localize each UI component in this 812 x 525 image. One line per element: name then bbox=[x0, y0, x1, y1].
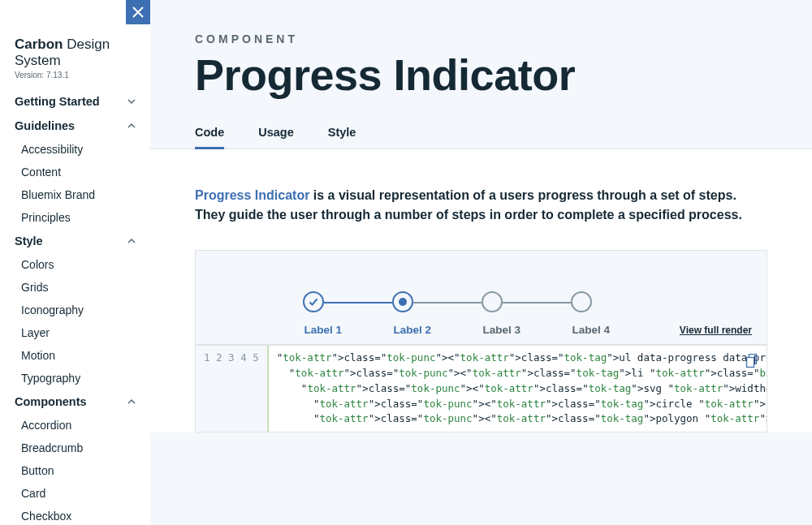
nav-item-principles[interactable]: Principles bbox=[0, 206, 150, 229]
component-description: Progress Indicator is a visual represent… bbox=[195, 186, 747, 226]
tab-strip: CodeUsageStyle bbox=[195, 121, 767, 148]
eyebrow: COMPONENT bbox=[195, 32, 767, 45]
nav-item-motion[interactable]: Motion bbox=[0, 344, 150, 367]
step-label: Label 2 bbox=[392, 324, 432, 336]
nav-item-content[interactable]: Content bbox=[0, 161, 150, 183]
step-circle bbox=[482, 291, 503, 312]
sidebar: Carbon Design System Version: 7.13.1 Get… bbox=[0, 0, 150, 525]
nav-item-breadcrumb[interactable]: Breadcrumb bbox=[0, 437, 150, 459]
current-dot bbox=[399, 298, 407, 306]
nav-item-colors[interactable]: Colors bbox=[0, 253, 150, 276]
chevron-up-icon bbox=[127, 237, 136, 245]
progress-step-2[interactable]: Label 2 bbox=[392, 291, 482, 336]
nav-section-guidelines[interactable]: Guidelines bbox=[0, 114, 150, 138]
step-connector bbox=[413, 302, 482, 303]
brand-title: Carbon Design System bbox=[15, 37, 136, 69]
code-gutter: 1 2 3 4 5 bbox=[196, 346, 269, 432]
tab-usage[interactable]: Usage bbox=[258, 121, 294, 148]
page-header: COMPONENT Progress Indicator CodeUsageSt… bbox=[150, 0, 812, 149]
progress-indicator-demo: Label 1Label 2Label 3Label 4 bbox=[220, 291, 742, 336]
close-sidebar-button[interactable] bbox=[126, 0, 150, 24]
nav-section-getting-started[interactable]: Getting Started bbox=[0, 89, 150, 114]
nav-item-layer[interactable]: Layer bbox=[0, 321, 150, 344]
sidebar-nav: Getting StartedGuidelinesAccessibilityCo… bbox=[0, 89, 150, 525]
chevron-down-icon bbox=[127, 97, 136, 105]
check-icon bbox=[308, 296, 319, 308]
nav-item-accessibility[interactable]: Accessibility bbox=[0, 138, 150, 161]
tab-code[interactable]: Code bbox=[195, 121, 224, 148]
step-label: Label 4 bbox=[571, 324, 611, 336]
svg-rect-1 bbox=[747, 358, 754, 368]
brand-version: Version: 7.13.1 bbox=[15, 71, 136, 80]
main-area: COMPONENT Progress Indicator CodeUsageSt… bbox=[150, 0, 812, 525]
step-connector bbox=[324, 302, 392, 303]
tab-style[interactable]: Style bbox=[328, 121, 356, 148]
nav-item-grids[interactable]: Grids bbox=[0, 276, 150, 299]
brand-block: Carbon Design System Version: 7.13.1 bbox=[0, 24, 150, 89]
step-connector bbox=[503, 302, 571, 303]
component-link[interactable]: Progress Indicator bbox=[195, 188, 309, 202]
code-block: 1 2 3 4 5 "tok-attr">class="tok-punc"><"… bbox=[195, 345, 767, 432]
nav-item-button[interactable]: Button bbox=[0, 459, 150, 482]
close-icon bbox=[132, 6, 144, 18]
step-circle bbox=[303, 291, 324, 312]
copy-code-button[interactable] bbox=[745, 354, 758, 373]
progress-step-1[interactable]: Label 1 bbox=[303, 291, 392, 336]
copy-icon bbox=[745, 354, 758, 368]
step-circle bbox=[571, 291, 592, 312]
nav-item-iconography[interactable]: Iconography bbox=[0, 299, 150, 321]
nav-item-checkbox[interactable]: Checkbox bbox=[0, 505, 150, 525]
nav-item-accordion[interactable]: Accordion bbox=[0, 414, 150, 437]
example-container: Label 1Label 2Label 3Label 4 View full r… bbox=[195, 250, 767, 345]
progress-step-3[interactable]: Label 3 bbox=[482, 291, 571, 336]
view-full-render-link[interactable]: View full render bbox=[680, 325, 752, 336]
step-label: Label 1 bbox=[303, 324, 343, 336]
step-circle bbox=[392, 291, 413, 312]
chevron-up-icon bbox=[127, 398, 136, 406]
nav-section-style[interactable]: Style bbox=[0, 229, 150, 253]
progress-step-4[interactable]: Label 4 bbox=[571, 291, 660, 336]
page-title: Progress Indicator bbox=[195, 52, 767, 98]
code-lines: "tok-attr">class="tok-punc"><"tok-attr">… bbox=[269, 346, 767, 432]
chevron-up-icon bbox=[127, 122, 136, 130]
nav-item-card[interactable]: Card bbox=[0, 482, 150, 505]
content: Progress Indicator is a visual represent… bbox=[150, 149, 812, 432]
step-label: Label 3 bbox=[482, 324, 521, 336]
nav-section-components[interactable]: Components bbox=[0, 389, 150, 414]
nav-item-typography[interactable]: Typography bbox=[0, 367, 150, 389]
nav-item-bluemix-brand[interactable]: Bluemix Brand bbox=[0, 183, 150, 206]
